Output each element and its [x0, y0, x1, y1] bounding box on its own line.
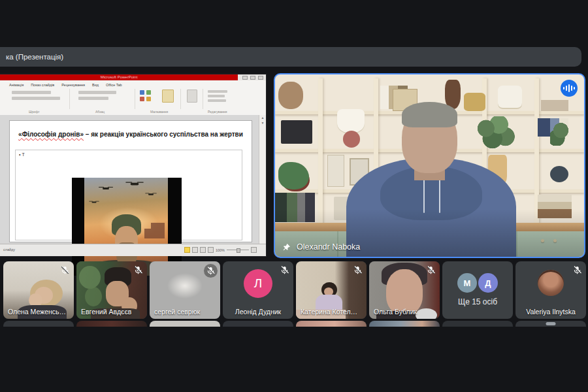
mic-off-icon [60, 265, 70, 275]
decor-orb [550, 166, 568, 182]
pinned-speaker-tile[interactable]: Olexandr Naboka [274, 73, 585, 258]
zoom-slider-knob [237, 248, 240, 253]
slide-title: «Філософія дронів» – як реакція українсь… [18, 130, 244, 140]
mic-off-icon [353, 265, 363, 275]
audio-activity-indicator [561, 80, 578, 97]
ppt-status-bar: слайду 100% [0, 244, 266, 256]
ribbon-group-label: Шрифт [29, 110, 39, 114]
participant-tile-olga[interactable]: Ольга Бублик [369, 261, 440, 319]
partial-tile [515, 321, 586, 327]
ribbon-separator [135, 89, 135, 109]
partial-tile [3, 321, 74, 327]
participant-name: сергей севрюк [154, 308, 218, 316]
presentation-share-label: ка (Презентація) [6, 53, 63, 61]
participant-strip: Олена Меженсь… Евгений Авдєєв сергей сев… [3, 261, 586, 319]
mic-off-icon [426, 265, 436, 275]
presentation-share-bar[interactable]: ка (Презентація) [0, 47, 581, 67]
ribbon-find-controls [208, 99, 226, 102]
participant-tile-valeriya[interactable]: Valeriya Ilnytska [515, 261, 586, 319]
ppt-tab: Анімація [9, 83, 24, 87]
ppt-titlebar: Microsoft PowerPoint [0, 74, 238, 80]
books-upright [327, 155, 344, 187]
audio-bar [563, 87, 564, 90]
ribbon-font-controls [12, 91, 51, 94]
decor-sculpture [498, 86, 523, 109]
speaker-hair [402, 102, 457, 127]
more-participants-label: Ще 15 осіб [442, 297, 513, 306]
eucalyptus-plant [473, 116, 516, 156]
bookshelf [318, 78, 323, 224]
ribbon-group-label: Абзац [95, 110, 105, 114]
ppt-tab: Рецензування [61, 83, 85, 87]
ribbon-find-controls [208, 95, 225, 97]
participant-tile-leonid[interactable]: Л Леонід Дудник [223, 261, 293, 319]
mic-off-icon [280, 265, 289, 275]
ribbon-font-controls [12, 97, 60, 100]
mic-off-icon [204, 264, 218, 278]
ppt-zoom-level: 100% [216, 248, 225, 252]
participant-tile-overflow[interactable]: М Д Ще 15 осіб [442, 261, 513, 319]
audio-bar [571, 86, 572, 91]
ribbon-separator [203, 89, 203, 109]
window-maximize-icon [250, 76, 255, 80]
drone-icon [103, 188, 109, 189]
ppt-ribbon: Анімація Показ слайдів Рецензування Вид … [0, 80, 266, 116]
mic-off-icon [572, 265, 582, 275]
participant-name: Леонід Дудник [223, 308, 293, 316]
participant-tile-olena[interactable]: Олена Меженсь… [3, 261, 74, 319]
pin-icon [282, 243, 291, 252]
ribbon-paragraph-controls [78, 97, 108, 100]
participant-name: Катерина Котел… [301, 308, 365, 316]
partial-tile [296, 321, 367, 327]
building-silhouette [151, 223, 164, 238]
ribbon-arrange-button [162, 90, 174, 103]
participant-tile-sergey[interactable]: сергей севрюк [150, 261, 220, 319]
audio-bar [574, 87, 575, 90]
drone-icon [130, 182, 139, 185]
participant-tile-kateryna[interactable]: Катерина Котел… [296, 261, 367, 319]
participant-avatar [538, 270, 564, 296]
plant [79, 266, 100, 289]
ppt-window-title: Microsoft PowerPoint [0, 74, 238, 80]
blurred-content [167, 273, 203, 299]
lamp-shade [337, 109, 365, 133]
partial-tile [150, 321, 220, 327]
overflow-avatars: М Д [457, 273, 498, 293]
meeting-window: ка (Презентація) Microsoft PowerPoint Ан… [0, 0, 588, 392]
speaker-name-plate: Olexandr Naboka [282, 242, 360, 252]
participant-name: Ольга Бублик [374, 308, 438, 316]
participant-name: Valeriya Ilnytska [515, 308, 586, 316]
audio-bar [568, 84, 570, 92]
audio-bar [566, 86, 567, 91]
window-minimize-icon [242, 76, 248, 80]
participant-avatar: М [457, 273, 477, 293]
partial-tile [76, 321, 147, 327]
hoodie-drawstring [423, 178, 425, 213]
ribbon-separator [180, 89, 181, 109]
ribbon-group-labels: Шрифт Абзац Малювання Редагування [0, 110, 266, 114]
participant-tile-evgeniy[interactable]: Евгений Авдєєв [76, 261, 147, 319]
ribbon-shapes-icon [146, 97, 151, 101]
ppt-vertical-scrollbar: ▲▼ [259, 115, 266, 244]
partial-tile [223, 321, 293, 327]
ribbon-separator [69, 89, 70, 109]
slide-bullet: • Т [19, 152, 25, 157]
slideshow-view-icon [208, 247, 214, 253]
ppt-status-text: слайду [3, 248, 15, 252]
slide-title-accent: «Філософія дронів» [18, 131, 84, 138]
decor-basket [464, 93, 485, 111]
slide-title-rest: – як реакція українського суспільства на… [84, 131, 243, 138]
ppt-view-controls: 100% [184, 247, 257, 253]
fit-window-icon [251, 247, 257, 253]
ribbon-shapes-icon [146, 90, 151, 95]
partial-participant-row [3, 321, 586, 327]
window-close-icon [258, 76, 263, 80]
normal-view-icon [184, 247, 190, 253]
ribbon-quickstyles-button [187, 90, 197, 103]
lamp-base [343, 131, 360, 147]
ppt-slide-area: «Філософія дронів» – як реакція українсь… [0, 115, 266, 244]
ribbon-shapes-icon [140, 90, 144, 95]
book-stack [541, 100, 569, 111]
ppt-zoom-slider [227, 250, 249, 250]
participant-avatar: Л [244, 269, 272, 298]
